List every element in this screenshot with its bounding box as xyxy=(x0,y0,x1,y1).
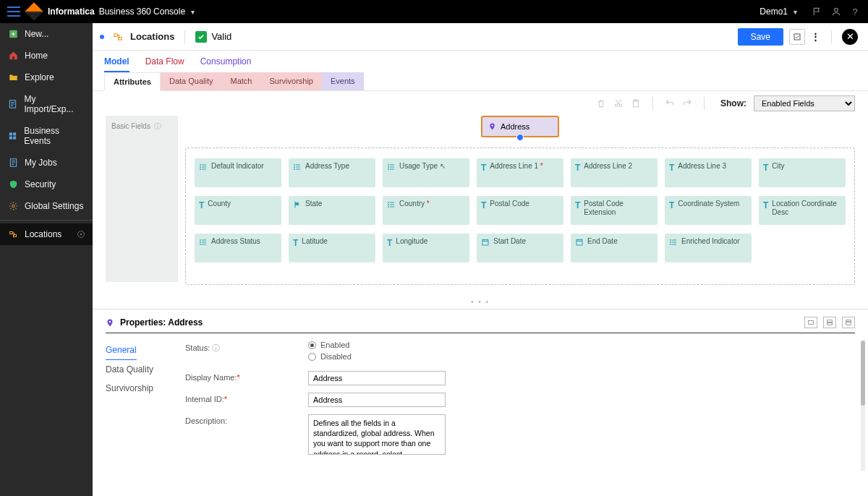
layout-single-icon[interactable] xyxy=(804,317,817,328)
field-postal-code-extension[interactable]: TPostal Code Extension xyxy=(571,196,658,225)
checkbox-button[interactable] xyxy=(789,29,805,45)
save-button[interactable]: Save xyxy=(738,28,783,46)
layout-split-v-icon[interactable] xyxy=(842,317,855,328)
paste-icon[interactable] xyxy=(631,98,641,108)
basic-fields-label: Basic Fields xyxy=(111,122,150,130)
sidebar-item-global-settings[interactable]: Global Settings xyxy=(0,195,93,217)
field-label: Start Date xyxy=(493,237,526,259)
brand-logo xyxy=(25,2,43,20)
internal-id-input[interactable] xyxy=(308,393,446,407)
flag-icon[interactable] xyxy=(812,6,823,17)
info-icon[interactable]: ⓘ xyxy=(154,122,161,130)
field-label: Location Coordinate Desc xyxy=(772,200,841,221)
svg-rect-37 xyxy=(576,240,582,246)
field-state[interactable]: State xyxy=(289,196,375,225)
close-icon[interactable] xyxy=(77,230,85,239)
field-start-date[interactable]: Start Date xyxy=(477,234,563,262)
sidebar-item-label: My Jobs xyxy=(25,158,57,168)
panel-resize-handle[interactable]: • • • xyxy=(93,295,868,309)
svg-point-40 xyxy=(671,244,671,245)
field-label: Default Indicator xyxy=(211,162,264,184)
field-address-line-2[interactable]: TAddress Line 2 xyxy=(571,158,658,187)
field-label: Address Status xyxy=(211,237,260,259)
subtab-match[interactable]: Match xyxy=(221,72,260,90)
tab-consumption[interactable]: Consumption xyxy=(200,56,252,72)
user-icon[interactable] xyxy=(830,6,842,17)
delete-icon[interactable] xyxy=(596,98,606,108)
more-actions-button[interactable]: ⋮ xyxy=(811,31,821,42)
field-address-status[interactable]: Address Status xyxy=(195,234,281,262)
field-location-coordinate-desc[interactable]: TLocation Coordinate Desc xyxy=(759,196,846,225)
svg-rect-36 xyxy=(482,240,488,246)
sidebar-item-label: Home xyxy=(25,51,48,61)
description-textarea[interactable] xyxy=(308,414,446,455)
shield-icon xyxy=(7,179,19,189)
field-end-date[interactable]: End Date xyxy=(571,234,658,262)
field-usage-type[interactable]: Usage Type ↖ xyxy=(383,158,469,187)
sidebar-item-label: My Import/Exp... xyxy=(24,94,85,114)
field-label: Usage Type ↖ xyxy=(399,162,446,184)
svg-point-30 xyxy=(388,202,389,203)
prop-tab-data-quality[interactable]: Data Quality xyxy=(106,360,185,379)
redo-icon[interactable] xyxy=(682,98,692,108)
show-filter-select[interactable]: Enabled Fields xyxy=(754,95,855,111)
field-latitude[interactable]: TLatitude xyxy=(289,234,375,262)
description-label: Description: xyxy=(185,416,227,425)
subtab-data-quality[interactable]: Data Quality xyxy=(161,72,222,90)
field-country[interactable]: Country * xyxy=(383,196,469,225)
subtab-attributes[interactable]: Attributes xyxy=(104,72,161,91)
undo-icon[interactable] xyxy=(665,98,675,108)
field-city[interactable]: TCity xyxy=(759,158,846,187)
field-default-indicator[interactable]: Default Indicator xyxy=(195,158,281,187)
menu-icon[interactable] xyxy=(7,7,20,17)
entity-icon xyxy=(111,30,124,43)
properties-tabs: GeneralData QualitySurvivorship xyxy=(106,341,185,462)
user-menu[interactable]: Demo1 ▾ xyxy=(760,7,797,17)
subtab-events[interactable]: Events xyxy=(322,72,364,90)
field-label: Latitude xyxy=(302,237,328,259)
sidebar-item-my-jobs[interactable]: My Jobs xyxy=(0,152,93,174)
field-enriched-indicator[interactable]: Enriched Indicator xyxy=(665,234,752,262)
prop-tab-general[interactable]: General xyxy=(106,341,137,360)
field-county[interactable]: TCounty xyxy=(195,196,281,225)
sidebar-item-new-[interactable]: New... xyxy=(0,23,93,45)
tab-data-flow[interactable]: Data Flow xyxy=(145,56,184,72)
status-enabled-radio[interactable]: Enabled xyxy=(308,341,352,349)
field-address-line-3[interactable]: TAddress Line 3 xyxy=(665,158,752,187)
field-postal-code[interactable]: TPostal Code xyxy=(477,196,563,225)
close-page-button[interactable]: ✕ xyxy=(842,29,858,45)
home-icon xyxy=(7,51,19,61)
info-icon[interactable]: ⓘ xyxy=(212,343,220,352)
field-coordinate-system[interactable]: TCoordinate System xyxy=(665,196,752,225)
sidebar-item-home[interactable]: Home xyxy=(0,45,93,67)
sidebar-item-my-import-exp-[interactable]: My Import/Exp... xyxy=(0,88,93,120)
chevron-down-icon[interactable]: ▾ xyxy=(191,8,195,16)
svg-point-21 xyxy=(200,165,201,166)
cut-icon[interactable] xyxy=(613,98,624,108)
tab-model[interactable]: Model xyxy=(104,56,129,72)
field-address-type[interactable]: Address Type xyxy=(289,158,375,187)
display-name-input[interactable] xyxy=(308,371,446,385)
address-group-chip[interactable]: Address xyxy=(481,116,559,137)
sidebar-item-security[interactable]: Security xyxy=(0,174,93,195)
gear-icon xyxy=(7,201,19,211)
properties-form: Status: ⓘ Enabled Disabled Display Name:… xyxy=(185,341,855,462)
basic-fields-panel[interactable]: Basic Fields ⓘ xyxy=(106,116,178,282)
subtab-survivorship[interactable]: Survivorship xyxy=(260,72,322,90)
scrollbar[interactable] xyxy=(861,341,865,471)
field-label: Address Type xyxy=(305,162,349,184)
svg-rect-44 xyxy=(827,322,833,325)
status-disabled-radio[interactable]: Disabled xyxy=(308,352,352,361)
layout-split-h-icon[interactable] xyxy=(823,317,836,328)
help-icon[interactable]: ? xyxy=(849,6,861,17)
product-name[interactable]: Business 360 Console xyxy=(99,7,185,17)
sidebar-open-locations[interactable]: Locations xyxy=(0,223,93,245)
sidebar-item-business-events[interactable]: Business Events xyxy=(0,120,93,152)
sidebar-item-explore[interactable]: Explore xyxy=(0,67,93,88)
dirty-indicator xyxy=(100,35,104,39)
field-label: City xyxy=(772,162,784,184)
field-longitude[interactable]: TLongitude xyxy=(383,234,469,262)
svg-point-35 xyxy=(200,244,201,245)
prop-tab-survivorship[interactable]: Survivorship xyxy=(106,379,185,398)
field-address-line-1[interactable]: TAddress Line 1 * xyxy=(477,158,563,187)
